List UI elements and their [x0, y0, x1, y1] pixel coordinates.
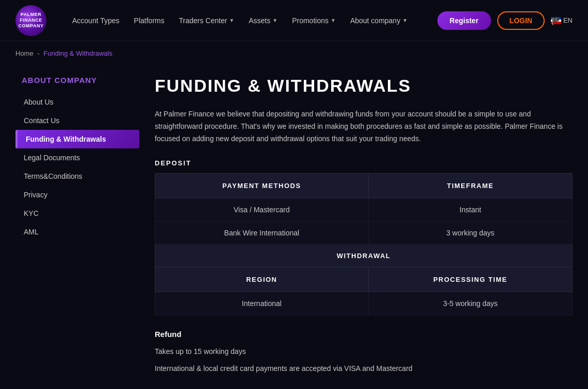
sidebar-item-about-us[interactable]: About Us — [15, 93, 139, 111]
promotions-chevron-icon: ▼ — [331, 18, 336, 23]
page-title: FUNDING & WITHDRAWALS — [155, 76, 573, 96]
deposit-col-payment: PAYMENT METHODS — [155, 174, 369, 198]
nav-traders-center[interactable]: Traders Center ▼ — [174, 12, 240, 29]
refund-section: Refund Takes up to 15 working days Inter… — [155, 330, 573, 374]
deposit-table: PAYMENT METHODS TIMEFRAME Visa / Masterc… — [155, 173, 573, 315]
header: PALMERFINANCECOMPANY Account Types Platf… — [0, 0, 588, 41]
nav-about-company[interactable]: About company ▼ — [345, 12, 413, 29]
nav-promotions[interactable]: Promotions ▼ — [287, 12, 341, 29]
sidebar-menu: About Us Contact Us Funding & Withdrawal… — [15, 93, 139, 241]
deposit-method-bank: Bank Wire International — [155, 222, 369, 245]
deposit-timeframe-bank: 3 working days — [368, 222, 572, 245]
main-nav: Account Types Platforms Traders Center ▼… — [67, 12, 437, 29]
logo[interactable]: PALMERFINANCECOMPANY — [15, 5, 46, 36]
sidebar-item-privacy[interactable]: Privacy — [15, 185, 139, 204]
about-chevron-icon: ▼ — [402, 18, 407, 23]
nav-assets[interactable]: Assets ▼ — [243, 12, 283, 29]
language-selector[interactable]: 🏴 EN — [551, 16, 573, 24]
sidebar-item-contact-us[interactable]: Contact Us — [15, 111, 139, 130]
deposit-col-timeframe: TIMEFRAME — [368, 174, 572, 198]
refund-title: Refund — [155, 330, 573, 339]
withdrawal-col-processing: PROCESSING TIME — [368, 267, 572, 292]
main-container: ABOUT COMPANY About Us Contact Us Fundin… — [0, 65, 588, 389]
deposit-table-header: PAYMENT METHODS TIMEFRAME — [155, 174, 573, 198]
sidebar-item-legal-documents[interactable]: Legal Documents — [15, 148, 139, 167]
sidebar-item-terms[interactable]: Terms&Conditions — [15, 167, 139, 185]
nav-platforms[interactable]: Platforms — [129, 12, 170, 29]
page-description: At Palmer Finance we believe that deposi… — [155, 108, 573, 145]
register-button[interactable]: Register — [437, 11, 491, 30]
withdrawal-section-row: WITHDRAWAL — [155, 245, 573, 267]
breadcrumb-current: Funding & Withdrawals — [43, 49, 112, 57]
deposit-row-visa: Visa / Mastercard Instant — [155, 198, 573, 222]
refund-item-0: Takes up to 15 working days — [155, 346, 573, 357]
login-button[interactable]: LOGIN — [497, 11, 545, 30]
assets-chevron-icon: ▼ — [272, 18, 277, 23]
sidebar-item-kyc[interactable]: KYC — [15, 204, 139, 223]
withdrawal-table-header: Region PROCESSING TIME — [155, 267, 573, 292]
deposit-row-bank: Bank Wire International 3 working days — [155, 222, 573, 245]
breadcrumb-home[interactable]: Home — [15, 49, 34, 57]
deposit-timeframe-visa: Instant — [368, 198, 572, 222]
breadcrumb: Home - Funding & Withdrawals — [0, 41, 588, 65]
withdrawal-col-region: Region — [155, 267, 369, 292]
traders-center-chevron-icon: ▼ — [229, 18, 234, 23]
withdrawal-row-international: International 3-5 working days — [155, 292, 573, 315]
sidebar-title: ABOUT COMPANY — [15, 76, 139, 84]
lang-label: EN — [563, 16, 573, 24]
flag-icon: 🏴 — [551, 17, 561, 24]
logo-circle: PALMERFINANCECOMPANY — [15, 5, 46, 36]
logo-text: PALMERFINANCECOMPANY — [19, 12, 44, 28]
sidebar-item-funding[interactable]: Funding & Withdrawals — [15, 130, 139, 148]
main-content: FUNDING & WITHDRAWALS At Palmer Finance … — [155, 76, 573, 379]
refund-item-1: International & local credit card paymen… — [155, 363, 573, 374]
withdrawal-region-intl: International — [155, 292, 369, 315]
withdrawal-label: WITHDRAWAL — [155, 245, 573, 267]
sidebar-item-aml[interactable]: AML — [15, 223, 139, 241]
header-right: Register LOGIN 🏴 EN — [437, 11, 573, 30]
deposit-label: DEPOSIT — [155, 159, 573, 167]
breadcrumb-separator: - — [37, 49, 39, 57]
nav-account-types[interactable]: Account Types — [67, 12, 125, 29]
deposit-method-visa: Visa / Mastercard — [155, 198, 369, 222]
sidebar: ABOUT COMPANY About Us Contact Us Fundin… — [15, 76, 139, 379]
withdrawal-time-intl: 3-5 working days — [368, 292, 572, 315]
